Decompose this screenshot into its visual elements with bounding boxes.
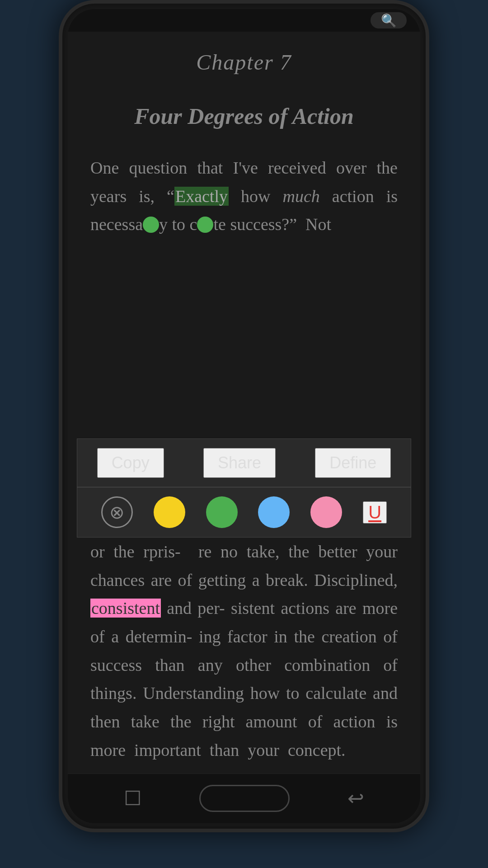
lower-text-1: or the rpris- re no take, the better you… — [90, 542, 398, 590]
home-button[interactable] — [199, 785, 290, 812]
paragraph-text-end: te success?” Not — [213, 215, 331, 234]
status-bar: 🔍 — [68, 9, 420, 32]
volume-down-button — [59, 126, 61, 153]
book-content: Chapter 7 Four Degrees of Action One que… — [68, 32, 420, 439]
popup-actions-row: Copy Share Define — [77, 439, 411, 487]
color-pink-button[interactable] — [310, 496, 342, 528]
selection-handle-right — [197, 217, 213, 233]
italic-word: much — [282, 187, 319, 206]
paragraph-text-mid: y to c — [159, 215, 197, 234]
volume-up-button — [59, 85, 61, 112]
marketing-section: NIGHT MODE ADDED — [0, 832, 488, 868]
share-button[interactable]: Share — [203, 448, 276, 478]
section-title: Four Degrees of Action — [90, 102, 398, 131]
navigation-bar: ☐ ↩ — [68, 774, 420, 823]
cancel-icon: ⊗ — [109, 502, 125, 523]
color-green-button[interactable] — [206, 496, 238, 528]
define-button[interactable]: Define — [315, 448, 391, 478]
book-paragraph-lower: or the rpris- re no take, the better you… — [68, 538, 420, 774]
tabs-icon[interactable]: ☐ — [124, 787, 141, 810]
highlighted-word: consistent — [90, 599, 161, 618]
search-bar[interactable]: 🔍 — [371, 12, 407, 28]
color-cancel-button[interactable]: ⊗ — [101, 496, 133, 528]
phone-screen: 🔍 Chapter 7 Four Degrees of Action One q… — [68, 9, 420, 823]
book-paragraph-1: One question that I've received over the… — [90, 154, 398, 239]
marketing-title: NIGHT MODE ADDED — [36, 859, 452, 868]
chapter-title: Chapter 7 — [90, 50, 398, 75]
back-icon[interactable]: ↩ — [347, 787, 364, 810]
color-blue-button[interactable] — [258, 496, 290, 528]
power-button — [427, 94, 429, 130]
selection-handle-left — [143, 217, 159, 233]
power-button-2 — [427, 144, 429, 180]
phone-outer: 🔍 Chapter 7 Four Degrees of Action One q… — [59, 0, 429, 832]
lower-text-2: and per- sistent actions are more of a d… — [90, 599, 398, 759]
copy-button[interactable]: Copy — [97, 448, 164, 478]
underline-button[interactable]: U — [363, 501, 387, 524]
text-selection-popup: Copy Share Define ⊗ U — [77, 439, 411, 538]
selected-word[interactable]: Exactly — [174, 187, 229, 206]
search-icon: 🔍 — [381, 13, 397, 28]
phone-shell: 🔍 Chapter 7 Four Degrees of Action One q… — [59, 0, 429, 832]
popup-color-row: ⊗ U — [77, 487, 411, 537]
color-yellow-button[interactable] — [154, 496, 185, 528]
